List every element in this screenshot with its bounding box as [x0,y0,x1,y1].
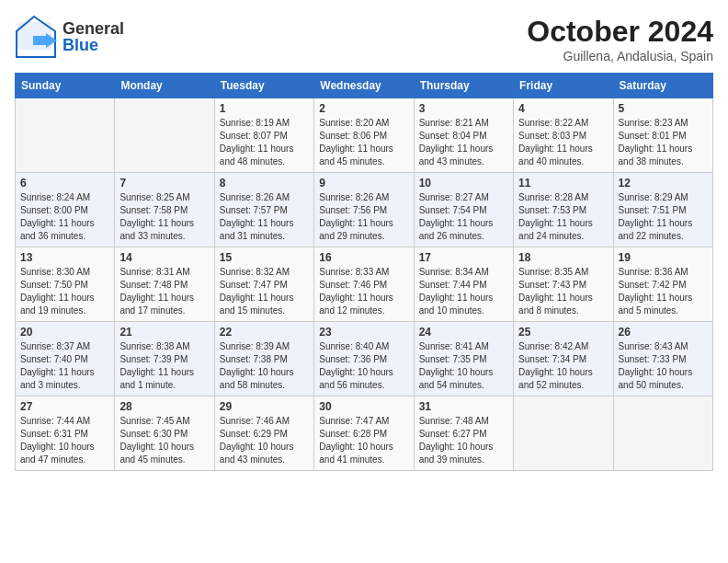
day-number: 24 [419,326,508,339]
day-info: Sunrise: 7:47 AMSunset: 6:28 PMDaylight:… [319,415,408,466]
day-info: Sunrise: 8:26 AMSunset: 7:57 PMDaylight:… [220,191,309,243]
day-info: Sunrise: 8:24 AMSunset: 8:00 PMDaylight:… [20,191,109,243]
column-header-thursday: Thursday [414,74,513,98]
calendar-header-row: SundayMondayTuesdayWednesdayThursdayFrid… [16,74,713,98]
column-header-sunday: Sunday [16,74,115,98]
logo-blue-text: Blue [63,37,124,53]
day-number: 31 [419,400,508,413]
logo-icon [15,15,63,59]
day-number: 3 [419,102,508,115]
day-number: 16 [319,251,408,264]
calendar-cell: 19Sunrise: 8:36 AMSunset: 7:42 PMDayligh… [613,247,712,322]
day-number: 19 [619,251,708,264]
day-number: 6 [20,177,109,190]
calendar-cell: 17Sunrise: 8:34 AMSunset: 7:44 PMDayligh… [414,247,513,322]
calendar-cell [613,396,712,471]
day-info: Sunrise: 8:20 AMSunset: 8:06 PMDaylight:… [319,117,408,168]
day-info: Sunrise: 7:44 AMSunset: 6:31 PMDaylight:… [20,415,109,466]
calendar-cell: 2Sunrise: 8:20 AMSunset: 8:06 PMDaylight… [314,98,414,173]
column-header-friday: Friday [514,74,613,98]
calendar-cell: 13Sunrise: 8:30 AMSunset: 7:50 PMDayligh… [16,247,115,322]
day-info: Sunrise: 8:42 AMSunset: 7:34 PMDaylight:… [518,340,608,392]
title-section: October 2024 Guillena, Andalusia, Spain [527,15,713,63]
calendar-cell: 5Sunrise: 8:23 AMSunset: 8:01 PMDaylight… [613,98,712,173]
day-number: 26 [619,326,708,339]
day-info: Sunrise: 8:37 AMSunset: 7:40 PMDaylight:… [20,340,109,392]
day-number: 22 [220,326,309,339]
calendar-cell: 27Sunrise: 7:44 AMSunset: 6:31 PMDayligh… [16,396,115,471]
day-info: Sunrise: 8:35 AMSunset: 7:43 PMDaylight:… [518,266,608,317]
day-info: Sunrise: 8:19 AMSunset: 8:07 PMDaylight:… [220,117,309,168]
calendar-cell: 9Sunrise: 8:26 AMSunset: 7:56 PMDaylight… [314,173,414,247]
day-info: Sunrise: 8:22 AMSunset: 8:03 PMDaylight:… [518,117,608,168]
calendar-cell: 24Sunrise: 8:41 AMSunset: 7:35 PMDayligh… [414,322,513,396]
calendar-week-row: 1Sunrise: 8:19 AMSunset: 8:07 PMDaylight… [16,98,713,173]
day-number: 25 [518,326,608,339]
calendar-cell [514,396,613,471]
day-number: 8 [220,177,309,190]
location-text: Guillena, Andalusia, Spain [527,49,713,63]
calendar-cell: 26Sunrise: 8:43 AMSunset: 7:33 PMDayligh… [613,322,712,396]
day-info: Sunrise: 8:39 AMSunset: 7:38 PMDaylight:… [220,340,309,392]
day-info: Sunrise: 8:36 AMSunset: 7:42 PMDaylight:… [619,266,708,317]
logo-general-text: General [63,20,124,37]
day-number: 20 [20,326,109,339]
logo-text: General Blue [63,20,124,53]
calendar-cell: 21Sunrise: 8:38 AMSunset: 7:39 PMDayligh… [115,322,214,396]
calendar-cell: 20Sunrise: 8:37 AMSunset: 7:40 PMDayligh… [16,322,115,396]
day-number: 13 [20,251,109,264]
day-number: 18 [518,251,608,264]
month-title: October 2024 [527,15,713,49]
day-number: 17 [419,251,508,264]
day-info: Sunrise: 8:27 AMSunset: 7:54 PMDaylight:… [419,191,508,243]
day-info: Sunrise: 8:40 AMSunset: 7:36 PMDaylight:… [319,340,408,392]
day-info: Sunrise: 8:38 AMSunset: 7:39 PMDaylight:… [119,340,209,392]
calendar-cell: 23Sunrise: 8:40 AMSunset: 7:36 PMDayligh… [314,322,414,396]
day-info: Sunrise: 8:32 AMSunset: 7:47 PMDaylight:… [220,266,309,317]
day-number: 29 [220,400,309,413]
day-number: 11 [518,177,608,190]
calendar-cell: 12Sunrise: 8:29 AMSunset: 7:51 PMDayligh… [613,173,712,247]
column-header-monday: Monday [115,74,214,98]
calendar-week-row: 6Sunrise: 8:24 AMSunset: 8:00 PMDaylight… [16,173,713,247]
day-number: 7 [119,177,209,190]
day-number: 28 [119,400,209,413]
calendar-table: SundayMondayTuesdayWednesdayThursdayFrid… [15,73,713,471]
calendar-cell: 8Sunrise: 8:26 AMSunset: 7:57 PMDaylight… [214,173,313,247]
calendar-week-row: 27Sunrise: 7:44 AMSunset: 6:31 PMDayligh… [16,396,713,471]
day-number: 12 [619,177,708,190]
day-number: 4 [518,102,608,115]
day-info: Sunrise: 8:25 AMSunset: 7:58 PMDaylight:… [119,191,209,243]
calendar-cell: 29Sunrise: 7:46 AMSunset: 6:29 PMDayligh… [214,396,313,471]
calendar-week-row: 20Sunrise: 8:37 AMSunset: 7:40 PMDayligh… [16,322,713,396]
day-info: Sunrise: 8:21 AMSunset: 8:04 PMDaylight:… [419,117,508,168]
calendar-cell: 16Sunrise: 8:33 AMSunset: 7:46 PMDayligh… [314,247,414,322]
day-info: Sunrise: 7:45 AMSunset: 6:30 PMDaylight:… [119,415,209,466]
calendar-cell: 28Sunrise: 7:45 AMSunset: 6:30 PMDayligh… [115,396,214,471]
day-number: 1 [220,102,309,115]
calendar-cell: 18Sunrise: 8:35 AMSunset: 7:43 PMDayligh… [514,247,613,322]
svg-rect-3 [33,36,48,45]
calendar-week-row: 13Sunrise: 8:30 AMSunset: 7:50 PMDayligh… [16,247,713,322]
day-number: 9 [319,177,408,190]
day-info: Sunrise: 8:28 AMSunset: 7:53 PMDaylight:… [518,191,608,243]
calendar-cell: 1Sunrise: 8:19 AMSunset: 8:07 PMDaylight… [214,98,313,173]
day-info: Sunrise: 7:48 AMSunset: 6:27 PMDaylight:… [419,415,508,466]
day-info: Sunrise: 8:34 AMSunset: 7:44 PMDaylight:… [419,266,508,317]
calendar-cell: 6Sunrise: 8:24 AMSunset: 8:00 PMDaylight… [16,173,115,247]
calendar-cell: 30Sunrise: 7:47 AMSunset: 6:28 PMDayligh… [314,396,414,471]
day-number: 15 [220,251,309,264]
day-number: 2 [319,102,408,115]
column-header-tuesday: Tuesday [214,74,313,98]
day-number: 23 [319,326,408,339]
page-header: General Blue October 2024 Guillena, Anda… [15,15,713,63]
day-info: Sunrise: 7:46 AMSunset: 6:29 PMDaylight:… [220,415,309,466]
calendar-cell: 3Sunrise: 8:21 AMSunset: 8:04 PMDaylight… [414,98,513,173]
calendar-cell [115,98,214,173]
day-info: Sunrise: 8:30 AMSunset: 7:50 PMDaylight:… [20,266,109,317]
column-header-saturday: Saturday [613,74,712,98]
calendar-cell: 15Sunrise: 8:32 AMSunset: 7:47 PMDayligh… [214,247,313,322]
calendar-cell: 25Sunrise: 8:42 AMSunset: 7:34 PMDayligh… [514,322,613,396]
calendar-cell: 7Sunrise: 8:25 AMSunset: 7:58 PMDaylight… [115,173,214,247]
day-info: Sunrise: 8:43 AMSunset: 7:33 PMDaylight:… [619,340,708,392]
